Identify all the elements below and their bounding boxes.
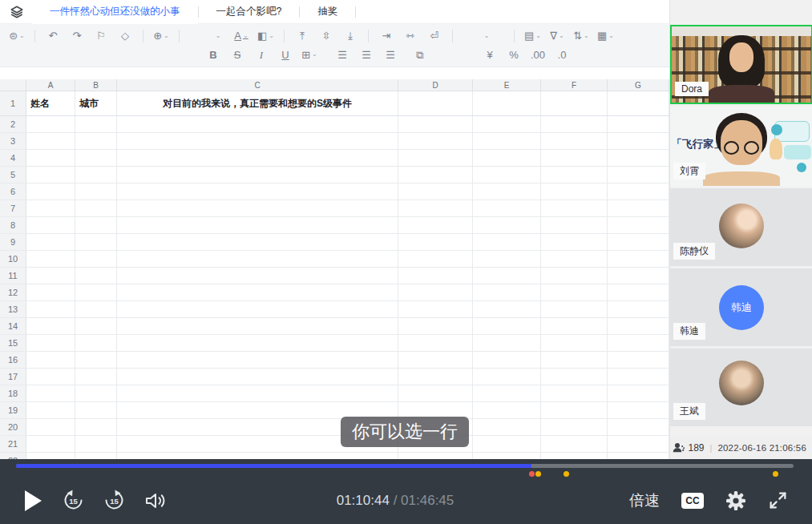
cell[interactable] — [26, 150, 75, 166]
cell[interactable] — [608, 284, 669, 300]
cell[interactable] — [541, 369, 608, 385]
cell[interactable] — [117, 133, 398, 149]
currency-format-icon[interactable]: ¥ — [482, 46, 498, 62]
captions-button[interactable]: CC — [681, 493, 704, 509]
align-right-icon[interactable]: ☰ — [382, 46, 398, 62]
cell[interactable] — [473, 133, 541, 149]
cell[interactable] — [26, 335, 75, 351]
select-all-corner[interactable] — [0, 79, 26, 91]
sheet-row-14[interactable]: 14 — [0, 318, 669, 335]
cell[interactable] — [26, 436, 75, 452]
cell[interactable] — [75, 301, 117, 317]
cell[interactable] — [608, 369, 669, 385]
cell[interactable] — [117, 284, 398, 300]
column-header[interactable]: A — [26, 79, 75, 91]
row-number[interactable]: 14 — [0, 318, 26, 334]
cell[interactable] — [26, 183, 75, 200]
cell[interactable] — [26, 217, 75, 233]
cell[interactable] — [75, 419, 117, 435]
row-number[interactable]: 7 — [0, 200, 26, 216]
cell[interactable] — [473, 318, 541, 334]
cell[interactable] — [75, 183, 117, 200]
cell-D1[interactable] — [398, 91, 473, 115]
cell[interactable] — [75, 116, 117, 132]
cell[interactable] — [117, 268, 398, 284]
merge-cells-icon[interactable]: ⧉ — [412, 46, 428, 62]
cell[interactable] — [75, 369, 117, 385]
tab-group-photo[interactable]: 一起合个影吧? — [199, 0, 300, 24]
fullscreen-button[interactable] — [768, 490, 788, 510]
participant-tile-chenjingyi[interactable]: 陈静仪 — [670, 188, 812, 266]
cell[interactable] — [26, 301, 75, 317]
row-number[interactable]: 21 — [0, 436, 26, 452]
cell[interactable] — [75, 352, 117, 368]
sheet-row-15[interactable]: 15 — [0, 335, 669, 352]
cell[interactable] — [75, 402, 117, 418]
cell[interactable] — [117, 453, 398, 459]
cell[interactable] — [541, 200, 608, 216]
cell[interactable] — [473, 453, 541, 459]
sheet-row-11[interactable]: 11 — [0, 268, 669, 284]
image-icon[interactable]: ▤⌄ — [524, 28, 541, 44]
progress-marker[interactable] — [564, 471, 569, 477]
sheet-row-22[interactable]: 22 — [0, 453, 669, 459]
cell[interactable] — [26, 234, 75, 250]
cell[interactable] — [608, 116, 669, 132]
cell[interactable] — [26, 385, 75, 401]
sheet-row-5[interactable]: 5 — [0, 167, 669, 183]
cell[interactable] — [26, 419, 75, 435]
cell[interactable] — [541, 385, 608, 401]
row-number[interactable]: 22 — [0, 453, 26, 459]
cell-F1[interactable] — [541, 91, 608, 115]
cell[interactable] — [117, 352, 398, 368]
cell[interactable] — [398, 369, 473, 385]
cell[interactable] — [26, 318, 75, 334]
cell-E1[interactable] — [473, 91, 541, 115]
row-number[interactable]: 19 — [0, 402, 26, 418]
cell[interactable] — [473, 234, 541, 250]
cell[interactable] — [75, 453, 117, 459]
row-number[interactable]: 15 — [0, 335, 26, 351]
row-number[interactable]: 20 — [0, 419, 26, 435]
cell[interactable] — [473, 150, 541, 166]
sheet-row-12[interactable]: 12 — [0, 284, 669, 301]
participant-tile-handi[interactable]: 韩迪 韩迪 — [670, 268, 812, 346]
cell[interactable] — [541, 150, 608, 166]
column-width-icon[interactable]: ⇿ — [402, 28, 418, 44]
progress-marker[interactable] — [529, 471, 535, 477]
cell[interactable] — [398, 251, 473, 267]
cell[interactable] — [75, 167, 117, 183]
cell[interactable] — [541, 402, 608, 418]
cell[interactable] — [608, 436, 669, 452]
redo-icon[interactable]: ↷ — [69, 28, 85, 44]
insert-icon[interactable]: ⊕⌄ — [153, 28, 169, 44]
cell[interactable] — [541, 116, 608, 132]
cell-B1[interactable]: 城市 — [75, 91, 117, 115]
column-header[interactable]: E — [473, 79, 541, 91]
row-number[interactable]: 12 — [0, 284, 26, 300]
cell[interactable] — [608, 402, 669, 418]
row-number[interactable]: 6 — [0, 183, 26, 200]
cell[interactable] — [117, 234, 398, 250]
cell[interactable] — [75, 318, 117, 334]
cell[interactable] — [541, 183, 608, 200]
cell[interactable] — [398, 318, 473, 334]
row-number[interactable]: 2 — [0, 116, 26, 132]
cell[interactable] — [473, 385, 541, 401]
rewind-15-button[interactable]: 15 — [63, 490, 84, 511]
cell[interactable] — [473, 284, 541, 300]
decrease-decimal-icon[interactable]: .0 — [554, 46, 570, 62]
cell[interactable] — [398, 385, 473, 401]
cell[interactable] — [608, 133, 669, 149]
cell[interactable] — [398, 200, 473, 216]
cell[interactable] — [608, 419, 669, 435]
row-number[interactable]: 17 — [0, 369, 26, 385]
row-number[interactable]: 1 — [0, 91, 26, 115]
cell[interactable] — [26, 133, 75, 149]
align-bottom-icon[interactable]: ⤓ — [342, 28, 358, 44]
cell[interactable] — [473, 436, 541, 452]
cell[interactable] — [117, 251, 398, 267]
cell[interactable] — [26, 251, 75, 267]
sheet-row-17[interactable]: 17 — [0, 369, 669, 385]
cell[interactable] — [26, 352, 75, 368]
